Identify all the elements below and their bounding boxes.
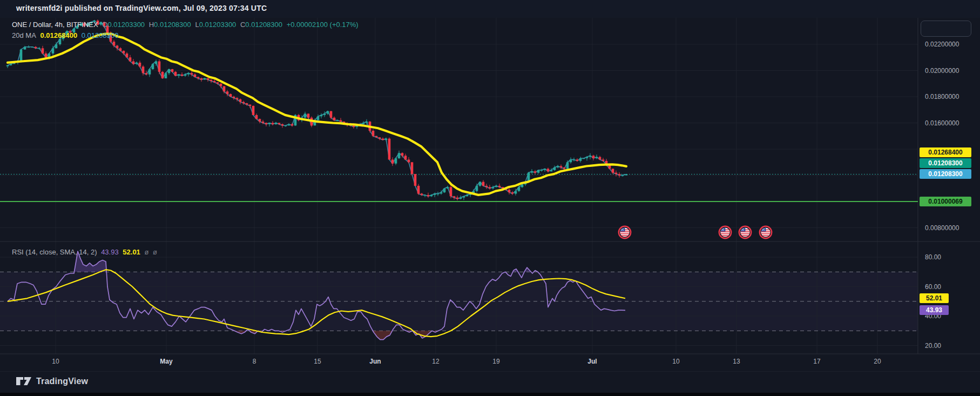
rsi-ma-value: 52.01 (123, 248, 140, 256)
us-economic-event-flag-icon[interactable] (619, 226, 631, 238)
price-tag-label: 0.01208300 (920, 169, 971, 179)
rsi-extra-2: ø (153, 248, 157, 256)
change-value: +0.00002100 (+0.17%) (287, 21, 359, 29)
tradingview-logo-text: TradingView (36, 377, 88, 386)
time-tick-label[interactable]: 15 (314, 358, 321, 365)
price-tick-label: 0.02000000 (925, 67, 959, 75)
time-tick-label[interactable]: 19 (492, 358, 499, 365)
ohlc-close-value: 0.01208300 (245, 21, 282, 29)
ma-indicator-title[interactable]: 20d MA (12, 31, 36, 39)
ohlc-low-value: 0.01203300 (199, 21, 236, 29)
rsi-tick-label: 20.00 (925, 342, 941, 350)
rsi-tick-label: 80.00 (925, 253, 941, 261)
ohlc-close-label: C (240, 21, 245, 29)
main-pane[interactable] (0, 19, 918, 202)
ohlc-open-value: 0.01203300 (107, 21, 145, 29)
rsi-tag-label: 43.93 (920, 305, 949, 315)
ma-legend-row: 20d MA 0.01268400 0.01208300 (12, 31, 120, 39)
rsi-indicator-title[interactable]: RSI (14, close, SMA, 14, 2) (12, 248, 97, 256)
price-tag-label: 0.01000069 (920, 197, 971, 206)
time-tick-label[interactable]: Jul (587, 358, 597, 365)
tradingview-logo[interactable]: TradingView (16, 377, 88, 386)
ma-yellow-value: 0.01268400 (40, 31, 77, 39)
time-tick-label[interactable]: 17 (813, 358, 820, 365)
ohlc-low-label: L (195, 21, 199, 29)
price-tick-label: 0.01800000 (925, 93, 959, 100)
ohlc-open-label: O (102, 21, 107, 29)
yellow-ma20-line (8, 34, 626, 195)
us-economic-event-flag-icon[interactable] (719, 226, 731, 238)
candlesticks (6, 19, 628, 200)
main-legend-row: ONE / Dollar, 4h, BITFINEX O0.01203300 H… (12, 21, 361, 29)
symbol-title[interactable]: ONE / Dollar, 4h, BITFINEX (12, 21, 98, 29)
price-tick-label: 0.00800000 (925, 224, 959, 232)
time-tick-label[interactable]: 8 (253, 358, 256, 365)
price-tick-label: 0.01600000 (925, 119, 959, 127)
time-tick-label[interactable]: 10 (52, 358, 59, 365)
us-economic-event-flag-icon[interactable] (739, 226, 751, 238)
event-flags (619, 226, 772, 238)
tradingview-chart-window: writersmfd2i published on TradingView.co… (0, 0, 980, 396)
tradingview-logo-icon (16, 377, 31, 386)
rsi-tag-label: 52.01 (920, 293, 949, 303)
time-tick-label[interactable]: May (160, 358, 172, 365)
bottom-strip (0, 393, 980, 396)
top-right-blurred-badge (921, 21, 971, 37)
rsi-legend-row: RSI (14, close, SMA, 14, 2) 43.93 52.01 … (12, 248, 159, 256)
ohlc-high-value: 0.01208300 (154, 21, 191, 29)
footer-bar: TradingView (0, 371, 980, 393)
price-tick-label: 0.02200000 (925, 41, 959, 48)
rsi-value: 43.93 (101, 248, 119, 256)
ohlc-high-label: H (149, 21, 154, 29)
rsi-extra-1: ø (144, 248, 148, 256)
price-tag-label: 0.01208300 (920, 158, 971, 168)
ma-blue-value: 0.01208300 (82, 31, 119, 39)
blue-ma-line (8, 21, 626, 199)
time-tick-label[interactable]: Jun (369, 358, 381, 365)
time-tick-label[interactable]: 10 (672, 358, 679, 365)
time-tick-label[interactable]: 20 (874, 358, 881, 365)
time-tick-label[interactable]: 12 (432, 358, 439, 365)
price-tag-label: 0.01268400 (920, 147, 971, 157)
us-economic-event-flag-icon[interactable] (760, 226, 772, 238)
rsi-tick-label: 60.00 (925, 283, 941, 291)
time-tick-label[interactable]: 13 (733, 358, 740, 365)
chart-canvas[interactable] (0, 0, 980, 396)
